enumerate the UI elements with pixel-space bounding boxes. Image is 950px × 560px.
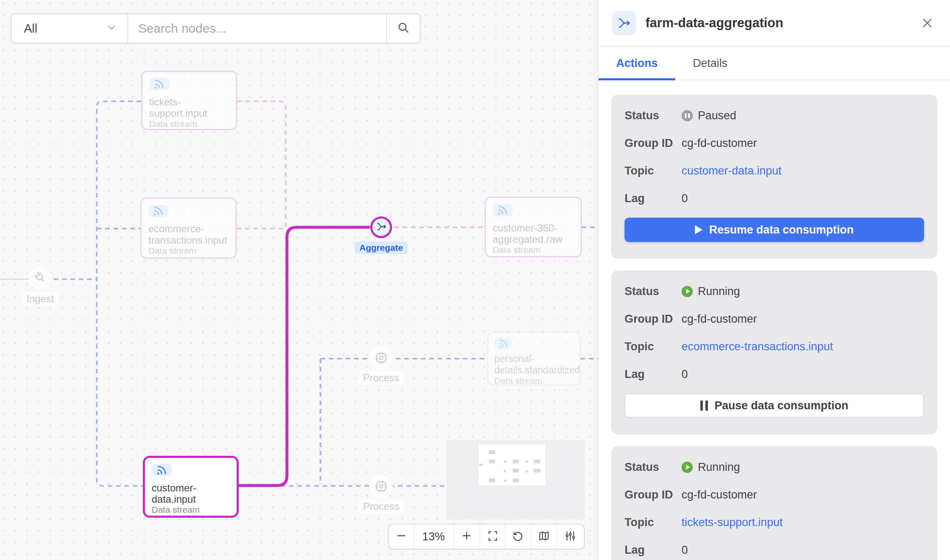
cpu-icon xyxy=(374,351,388,367)
resume-consumption-button[interactable]: Resume data consumption xyxy=(625,218,924,242)
node-process-1-label: Process xyxy=(359,371,404,385)
minimap-toggle-button[interactable] xyxy=(531,524,557,549)
node-title: tickets-support.input xyxy=(149,96,229,119)
minimap-node xyxy=(489,478,495,482)
search-input[interactable] xyxy=(138,21,376,36)
field-label-group-id: Group ID xyxy=(625,313,682,326)
panel-header: farm-data-aggregation xyxy=(599,0,950,47)
aggregate-node-icon xyxy=(612,11,636,35)
field-label-status: Status xyxy=(625,461,682,474)
consumer-card: Status Paused Group ID cg-fd-customer To… xyxy=(611,95,937,259)
tab-details[interactable]: Details xyxy=(675,47,745,80)
data-stream-icon xyxy=(148,205,168,217)
node-aggregate-label: Aggregate xyxy=(354,241,408,254)
reset-view-button[interactable] xyxy=(506,524,531,549)
node-ingest[interactable] xyxy=(29,267,52,290)
running-status-icon xyxy=(682,462,693,473)
close-button[interactable] xyxy=(918,14,937,32)
minimap-node xyxy=(504,480,506,482)
field-label-topic: Topic xyxy=(625,164,682,177)
node-title: ecommerce-transactions.input xyxy=(148,223,229,246)
details-panel: farm-data-aggregation Actions Details St… xyxy=(599,0,950,560)
plug-icon xyxy=(33,270,47,286)
node-personal-details-standardized[interactable]: personal-details.standardized Data strea… xyxy=(488,332,581,385)
node-customer-360-aggregated-raw[interactable]: customer-360-aggregated.raw Data stream xyxy=(485,197,582,257)
minimap-node xyxy=(534,469,540,473)
node-tickets-support-input[interactable]: tickets-support.input Data stream xyxy=(141,71,237,130)
minimap-node xyxy=(513,460,519,463)
chevron-down-icon xyxy=(106,22,117,35)
minimap-node xyxy=(479,464,483,466)
pause-consumption-button[interactable]: Pause data consumption xyxy=(625,393,924,418)
node-type-label: Data stream xyxy=(493,245,574,255)
fit-view-button[interactable] xyxy=(480,524,506,549)
close-icon xyxy=(921,17,934,29)
search-button[interactable] xyxy=(387,14,420,43)
canvas-toolbar: 13% xyxy=(388,524,585,550)
node-type-filter-dropdown[interactable]: All xyxy=(11,14,128,43)
minimap[interactable] xyxy=(447,440,585,519)
node-ingest-label: Ingest xyxy=(22,292,58,306)
zoom-level: 13% xyxy=(414,524,454,549)
node-search-bar: All xyxy=(10,13,421,44)
app-root: Ingest tickets-support.input Data stream… xyxy=(0,0,950,560)
search-icon xyxy=(397,21,410,36)
group-id-value: cg-fd-customer xyxy=(682,137,924,150)
topic-link[interactable]: ecommerce-transactions.input xyxy=(682,340,833,353)
button-label: Resume data consumption xyxy=(709,223,854,236)
edge-ingest-vertical xyxy=(97,101,143,486)
field-label-topic: Topic xyxy=(625,516,682,529)
node-ecommerce-transactions-input[interactable]: ecommerce-transactions.input Data stream xyxy=(140,198,237,259)
edge-tickets-aggregate xyxy=(237,101,286,227)
minimap-node xyxy=(504,470,506,472)
plus-icon xyxy=(461,530,472,543)
node-type-label: Data stream xyxy=(152,505,230,515)
node-title: personal-details.standardized xyxy=(494,353,574,376)
panel-body: Status Paused Group ID cg-fd-customer To… xyxy=(599,80,950,560)
minus-icon xyxy=(395,530,407,543)
pause-icon xyxy=(700,401,708,411)
node-type-label: Data stream xyxy=(148,246,229,256)
rotate-ccw-icon xyxy=(513,530,524,543)
minimap-node xyxy=(513,478,519,482)
node-process-2[interactable] xyxy=(369,475,393,499)
group-id-value: cg-fd-customer xyxy=(682,488,924,501)
data-stream-icon xyxy=(149,78,169,90)
merge-icon xyxy=(376,221,387,234)
edge-customerdata-aggregate-selected[interactable] xyxy=(239,227,370,486)
node-customer-data-input[interactable]: customer-data.input Data stream xyxy=(143,456,239,518)
minimap-node xyxy=(526,470,528,473)
button-label: Pause data consumption xyxy=(715,399,849,412)
filter-selected-value: All xyxy=(24,22,37,36)
play-icon xyxy=(695,225,702,234)
minimap-node xyxy=(513,469,519,473)
zoom-out-button[interactable] xyxy=(389,524,414,549)
field-label-status: Status xyxy=(625,109,682,122)
node-process-1[interactable] xyxy=(369,347,393,370)
zoom-in-button[interactable] xyxy=(454,524,480,549)
status-value: Running xyxy=(698,285,740,298)
tab-actions[interactable]: Actions xyxy=(599,47,675,80)
lag-value: 0 xyxy=(682,192,924,205)
panel-tabs: Actions Details xyxy=(599,47,950,80)
minimap-node xyxy=(489,460,495,463)
cpu-icon xyxy=(374,479,388,495)
node-type-label: Data stream xyxy=(149,119,229,129)
node-type-label: Data stream xyxy=(494,376,574,386)
field-label-status: Status xyxy=(625,285,682,298)
node-title: customer-360-aggregated.raw xyxy=(493,222,574,245)
settings-button[interactable] xyxy=(557,524,584,549)
field-label-group-id: Group ID xyxy=(625,488,682,501)
flow-canvas[interactable]: Ingest tickets-support.input Data stream… xyxy=(0,0,599,560)
consumer-card: Status Running Group ID cg-fd-customer T… xyxy=(611,270,937,434)
node-aggregate[interactable] xyxy=(370,216,392,238)
minimap-node xyxy=(534,460,540,463)
group-id-value: cg-fd-customer xyxy=(682,313,924,326)
minimap-node xyxy=(504,460,506,462)
field-label-topic: Topic xyxy=(625,340,682,353)
status-value: Paused xyxy=(698,109,736,122)
node-process-2-label: Process xyxy=(359,500,404,513)
topic-link[interactable]: tickets-support.input xyxy=(682,516,783,529)
data-stream-icon xyxy=(152,464,172,476)
topic-link[interactable]: customer-data.input xyxy=(682,164,782,177)
